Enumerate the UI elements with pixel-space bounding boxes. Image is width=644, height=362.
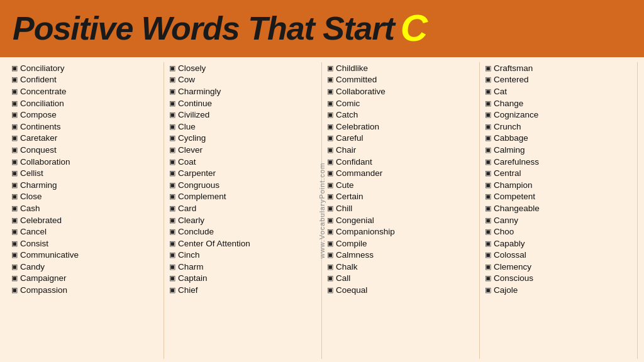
word-item: Canny [485,214,632,226]
word-item: Clemency [485,261,632,273]
word-item: Concentrate [11,85,158,97]
word-item: Caretaker [11,133,158,145]
word-item: Clue [169,121,316,133]
word-item: Competent [485,191,632,203]
word-item: Complement [169,191,316,203]
word-item: Conciliation [11,97,158,109]
word-item: Captain [169,273,316,285]
content-area: ConciliatoryConfidentConcentrateConcilia… [0,57,644,362]
word-item: Conclude [169,226,316,238]
word-item: Calming [485,144,632,156]
word-item: Confidant [327,156,474,168]
word-item: Communicative [11,250,158,261]
word-item: Calmness [327,250,474,261]
word-item: Cabbage [485,133,632,145]
word-item: Candy [11,261,158,273]
word-item: Carpenter [169,167,316,179]
word-item: Continue [169,97,316,109]
word-item: Campaigner [11,273,158,285]
word-item: Cancel [11,226,158,238]
word-item: Certain [327,191,474,203]
word-item: Conscious [485,273,632,285]
word-item: Clearly [169,214,316,226]
word-item: Crunch [485,121,632,133]
word-item: Choo [485,226,632,238]
word-item: Centered [485,74,632,86]
word-item: Coequal [327,284,474,296]
word-item: Cognizance [485,109,632,121]
word-item: Continents [11,121,158,133]
column-1: ConciliatoryConfidentConcentrateConcilia… [6,62,164,359]
word-item: Card [169,202,316,214]
word-item: Conquest [11,144,158,156]
word-item: Collaborative [327,85,474,97]
word-item: Changeable [485,202,632,214]
word-item: Compassion [11,284,158,296]
word-item: Central [485,167,632,179]
word-item: Change [485,97,632,109]
word-item: Cinch [169,250,316,261]
word-item: Cajole [485,284,632,296]
word-item: Carefulness [485,156,632,168]
word-item: Compile [327,238,474,250]
word-item: Cow [169,74,316,86]
header-title: Positive Words That Start [13,9,394,47]
word-item: Charming [11,179,158,191]
word-item: Charm [169,261,316,273]
watermark: www.VocabularyPoint.com [318,163,326,259]
header: Positive Words That Start C [0,0,644,57]
word-item: Center Of Attention [169,238,316,250]
word-item: Civilized [169,109,316,121]
word-item: Charmingly [169,85,316,97]
word-item: Celebrated [11,214,158,226]
word-item: Congruous [169,179,316,191]
word-item: Collaboration [11,156,158,168]
word-item: Close [11,191,158,203]
word-item: Chalk [327,261,474,273]
word-item: Conciliatory [11,62,158,74]
word-item: Commander [327,167,474,179]
column-3: ChildlikeCommittedCollaborativeComicCatc… [322,62,480,359]
word-item: Capably [485,238,632,250]
word-item: Committed [327,74,474,86]
word-item: Call [327,273,474,285]
word-item: Confident [11,74,158,86]
word-item: Craftsman [485,62,632,74]
column-4: CraftsmanCenteredCatChangeCognizanceCrun… [480,62,638,359]
word-item: Chief [169,284,316,296]
word-item: Cat [485,85,632,97]
word-item: Celebration [327,121,474,133]
column-2: CloselyCowCharminglyContinueCivilizedClu… [164,62,322,359]
word-item: Colossal [485,250,632,261]
word-item: Closely [169,62,316,74]
word-item: Champion [485,179,632,191]
word-item: Congenial [327,214,474,226]
word-item: Coat [169,156,316,168]
word-item: Cute [327,179,474,191]
word-item: Cellist [11,167,158,179]
word-item: Cycling [169,133,316,145]
header-letter: C [401,6,428,50]
word-item: Childlike [327,62,474,74]
word-item: Consist [11,238,158,250]
word-item: Chair [327,144,474,156]
word-item: Chill [327,202,474,214]
word-item: Compose [11,109,158,121]
word-item: Catch [327,109,474,121]
word-item: Companionship [327,226,474,238]
word-item: Cash [11,202,158,214]
word-item: Comic [327,97,474,109]
word-item: Careful [327,133,474,145]
word-item: Clever [169,144,316,156]
